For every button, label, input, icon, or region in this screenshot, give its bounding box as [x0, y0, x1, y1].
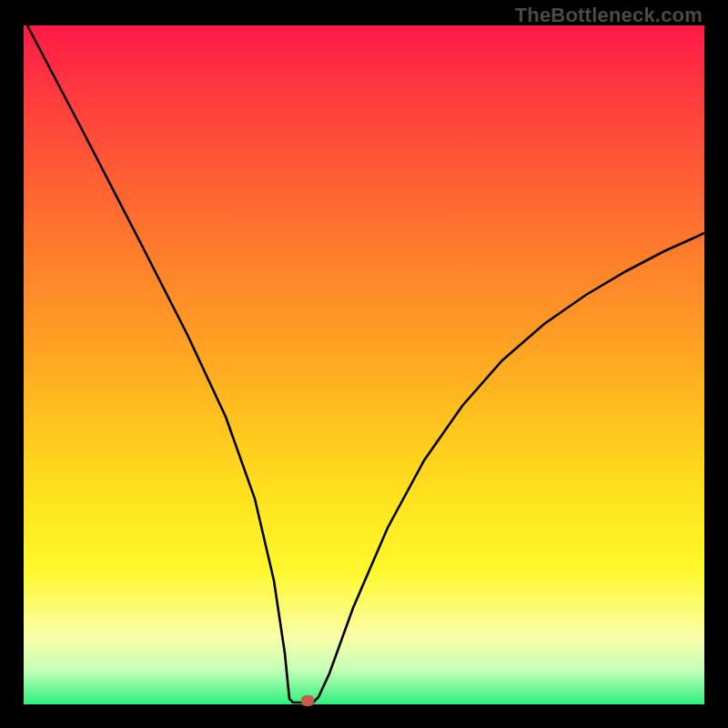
bottleneck-curve: [27, 25, 704, 703]
optimum-marker: [301, 695, 314, 706]
plot-area: [24, 25, 704, 704]
curve-svg: [24, 25, 704, 704]
watermark-text: TheBottleneck.com: [515, 4, 703, 27]
chart-frame: TheBottleneck.com: [0, 0, 728, 728]
